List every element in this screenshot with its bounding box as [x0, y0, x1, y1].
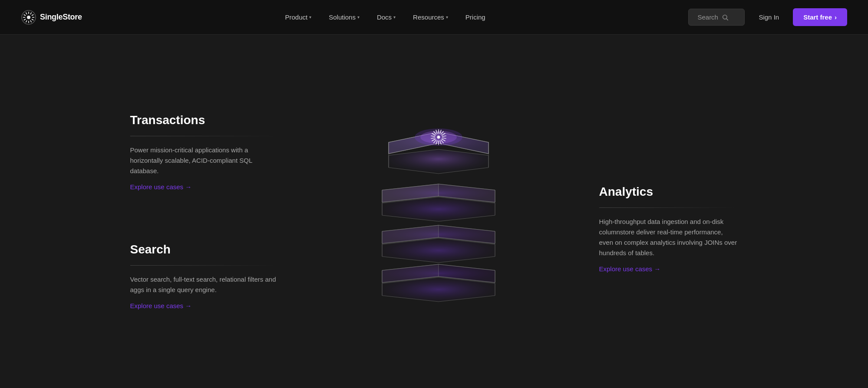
svg-marker-28: [382, 197, 495, 221]
transactions-explore-link[interactable]: Explore use cases →: [130, 183, 278, 191]
transactions-divider: [130, 136, 278, 136]
analytics-explore-link[interactable]: Explore use cases →: [599, 265, 738, 273]
search-label: Search: [697, 13, 718, 21]
svg-marker-16: [382, 277, 495, 302]
transactions-desc: Power mission-critical applications with…: [130, 145, 278, 176]
search-explore-link[interactable]: Explore use cases →: [130, 302, 278, 309]
svg-line-15: [726, 19, 728, 20]
analytics-desc: High-throughput data ingestion and on-di…: [599, 217, 738, 258]
svg-point-14: [723, 15, 727, 19]
svg-point-60: [437, 136, 440, 139]
content-wrapper: Transactions Power mission-critical appl…: [130, 99, 738, 324]
search-icon: [722, 14, 729, 21]
nav-item-product[interactable]: Product ▾: [278, 10, 319, 24]
svg-line-9: [24, 19, 26, 20]
svg-line-2: [30, 12, 32, 14]
product-chevron-icon: ▾: [309, 15, 311, 20]
svg-line-8: [26, 20, 27, 22]
signin-button[interactable]: Sign In: [750, 9, 788, 25]
nav-item-solutions[interactable]: Solutions ▾: [322, 10, 366, 24]
svg-line-3: [32, 14, 33, 16]
logo-icon: [21, 10, 36, 25]
analytics-block: Analytics High-throughput data ingestion…: [599, 185, 738, 273]
docs-chevron-icon: ▾: [393, 15, 396, 20]
analytics-divider: [599, 207, 738, 208]
transactions-block: Transactions Power mission-critical appl…: [130, 113, 278, 191]
nav-item-pricing[interactable]: Pricing: [459, 10, 492, 24]
nav-item-docs[interactable]: Docs ▾: [370, 10, 403, 24]
search-desc: Vector search, full-text search, relatio…: [130, 274, 278, 295]
left-column: Transactions Power mission-critical appl…: [130, 113, 278, 309]
svg-line-12: [26, 12, 27, 14]
solutions-chevron-icon: ▾: [357, 15, 360, 20]
search-divider: [130, 265, 278, 266]
nav-item-resources[interactable]: Resources ▾: [406, 10, 455, 24]
svg-line-6: [30, 20, 32, 22]
search-block: Search Vector search, full-text search, …: [130, 243, 278, 309]
logo[interactable]: SingleStore: [21, 10, 82, 25]
search-title: Search: [130, 243, 278, 256]
analytics-title: Analytics: [599, 185, 738, 199]
svg-line-11: [24, 14, 26, 16]
search-button[interactable]: Search: [688, 9, 745, 26]
nav-links: Product ▾ Solutions ▾ Docs ▾ Resources ▾…: [278, 10, 492, 24]
navbar: SingleStore Product ▾ Solutions ▾ Docs ▾…: [0, 0, 868, 35]
main-content: Transactions Power mission-critical appl…: [0, 35, 868, 388]
svg-line-5: [32, 19, 33, 20]
resources-chevron-icon: ▾: [446, 15, 448, 20]
svg-marker-34: [389, 149, 488, 174]
logo-text: SingleStore: [40, 13, 82, 22]
nav-right: Search Sign In Start free ›: [688, 8, 847, 26]
transactions-title: Transactions: [130, 113, 278, 127]
start-free-button[interactable]: Start free ›: [793, 8, 847, 26]
svg-point-13: [27, 16, 30, 19]
hexagonal-stack-diagram: [343, 99, 534, 324]
arrow-right-icon: ›: [835, 13, 837, 21]
start-free-label: Start free: [803, 13, 832, 21]
svg-marker-22: [382, 238, 495, 263]
center-diagram: [278, 99, 599, 324]
right-column: Analytics High-throughput data ingestion…: [599, 150, 738, 273]
